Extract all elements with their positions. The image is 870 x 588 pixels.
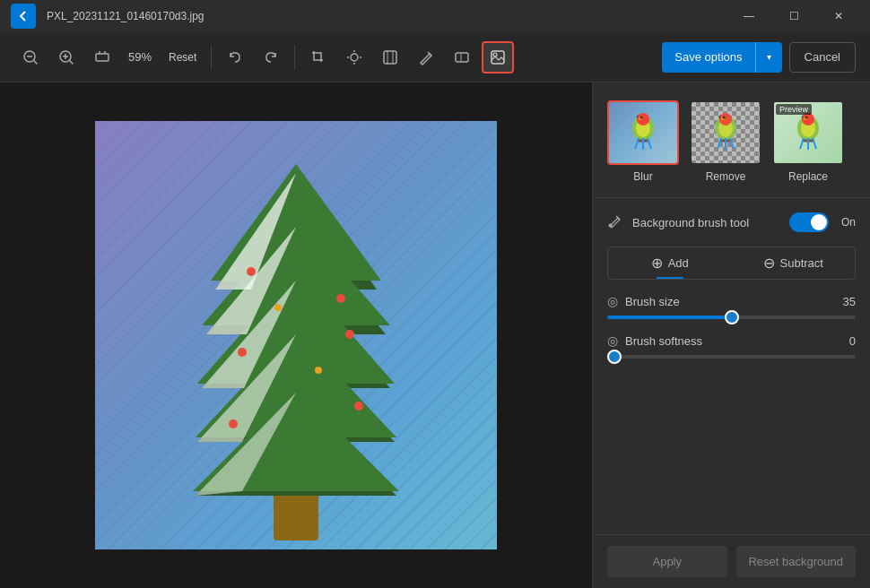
subtract-icon: ⊖ xyxy=(763,255,775,272)
window-title: PXL_20231121_01460170d3.jpg xyxy=(47,10,728,22)
zoom-out-button[interactable] xyxy=(14,41,47,74)
svg-rect-21 xyxy=(492,51,504,64)
svg-point-44 xyxy=(354,402,363,411)
svg-point-10 xyxy=(351,54,358,61)
brush-tool-row: Background brush tool On xyxy=(607,212,856,232)
brush-size-slider[interactable] xyxy=(607,316,856,319)
brush-tool-toggle[interactable] xyxy=(789,212,829,232)
apply-button[interactable]: Apply xyxy=(607,546,727,577)
back-button[interactable] xyxy=(11,4,36,29)
crop-button[interactable] xyxy=(302,41,335,74)
bg-options: Blur Preview xyxy=(593,82,870,198)
zoom-in-button[interactable] xyxy=(50,41,83,74)
brush-softness-header: ◎ Brush softness 0 xyxy=(607,333,856,348)
brush-size-label: Brush size xyxy=(625,295,836,308)
save-options-button[interactable]: Save options ▾ xyxy=(662,42,781,73)
svg-point-49 xyxy=(637,113,649,125)
brush-size-icon: ◎ xyxy=(607,294,618,308)
canvas-image xyxy=(95,121,497,549)
add-button[interactable]: ⊕ Add xyxy=(608,247,732,279)
svg-point-45 xyxy=(274,304,282,311)
bg-thumb-remove[interactable]: Preview xyxy=(690,100,761,165)
erase-button[interactable] xyxy=(446,41,478,74)
adjust-button[interactable] xyxy=(374,41,406,74)
save-options-label: Save options xyxy=(662,50,754,64)
bg-option-replace[interactable]: Preview Replace xyxy=(772,100,844,183)
redo-button[interactable] xyxy=(255,41,287,74)
maximize-button[interactable]: ☐ xyxy=(773,2,814,30)
add-icon: ⊕ xyxy=(651,255,663,272)
brightness-button[interactable] xyxy=(338,41,370,74)
brush-softness-label: Brush softness xyxy=(625,334,842,348)
svg-rect-7 xyxy=(96,54,109,61)
toolbar-left: 59% Reset xyxy=(14,41,655,74)
add-label: Add xyxy=(668,256,689,270)
bg-option-remove-label: Remove xyxy=(706,170,746,183)
cancel-button[interactable]: Cancel xyxy=(789,42,856,73)
brush-tool-icon xyxy=(607,212,623,232)
subtract-button[interactable]: ⊖ Subtract xyxy=(732,247,856,279)
blur-preview xyxy=(609,102,677,163)
svg-rect-15 xyxy=(384,51,396,64)
toolbar-divider-2 xyxy=(294,45,295,70)
brush-size-value: 35 xyxy=(843,295,856,308)
reset-background-button[interactable]: Reset background xyxy=(736,546,857,577)
svg-point-51 xyxy=(639,116,642,118)
svg-point-40 xyxy=(336,294,345,303)
background-button[interactable] xyxy=(482,41,514,74)
toolbar: 59% Reset xyxy=(0,32,870,82)
bg-option-blur[interactable]: Blur xyxy=(607,100,679,183)
save-options-arrow[interactable]: ▾ xyxy=(755,42,782,73)
svg-point-55 xyxy=(719,113,732,125)
minimize-button[interactable]: — xyxy=(728,2,770,30)
svg-point-65 xyxy=(609,224,613,228)
close-button[interactable]: ✕ xyxy=(818,2,859,30)
canvas-area[interactable] xyxy=(0,82,592,588)
svg-point-42 xyxy=(345,330,354,339)
undo-button[interactable] xyxy=(219,41,251,74)
bg-thumb-blur[interactable] xyxy=(607,100,679,165)
svg-point-57 xyxy=(722,116,725,118)
toolbar-right: Save options ▾ Cancel xyxy=(662,42,856,73)
brush-size-section: ◎ Brush size 35 xyxy=(607,294,856,319)
svg-line-6 xyxy=(70,61,73,64)
brush-softness-value: 0 xyxy=(849,334,856,348)
svg-point-41 xyxy=(238,348,247,357)
bg-thumb-replace[interactable]: Preview xyxy=(772,100,844,165)
brush-softness-slider[interactable] xyxy=(607,355,856,359)
panel-controls: Background brush tool On ⊕ Add ⊖ Subtrac… xyxy=(593,198,870,534)
toggle-state-label: On xyxy=(841,216,856,229)
brush-size-header: ◎ Brush size 35 xyxy=(607,294,856,308)
brush-tool-label: Background brush tool xyxy=(632,216,780,229)
fit-button[interactable] xyxy=(86,41,118,74)
window-controls: — ☐ ✕ xyxy=(728,2,859,30)
bg-option-remove[interactable]: Preview Remove xyxy=(690,100,761,183)
bg-option-blur-label: Blur xyxy=(633,170,652,183)
svg-point-43 xyxy=(229,419,238,428)
title-bar: PXL_20231121_01460170d3.jpg — ☐ ✕ xyxy=(0,0,870,32)
toolbar-divider-1 xyxy=(211,45,212,70)
bg-option-replace-label: Replace xyxy=(788,170,828,183)
tree-image xyxy=(152,155,439,549)
svg-line-2 xyxy=(34,61,37,64)
toggle-thumb xyxy=(811,214,827,230)
subtract-label: Subtract xyxy=(780,256,823,270)
brush-softness-icon: ◎ xyxy=(607,333,618,348)
brush-softness-section: ◎ Brush softness 0 xyxy=(607,333,856,359)
right-panel: Blur Preview xyxy=(592,82,870,588)
zoom-level: 59% xyxy=(122,50,158,64)
add-subtract-bar: ⊕ Add ⊖ Subtract xyxy=(607,246,856,280)
svg-rect-19 xyxy=(456,53,468,62)
replace-preview-label: Preview xyxy=(776,104,812,115)
main-content: Blur Preview xyxy=(0,82,870,588)
svg-point-39 xyxy=(247,267,256,276)
reset-zoom-button[interactable]: Reset xyxy=(161,41,204,74)
draw-button[interactable] xyxy=(410,41,442,74)
panel-bottom: Apply Reset background xyxy=(593,534,870,588)
svg-point-63 xyxy=(805,116,807,118)
remove-preview xyxy=(692,102,760,163)
svg-point-46 xyxy=(315,367,322,374)
